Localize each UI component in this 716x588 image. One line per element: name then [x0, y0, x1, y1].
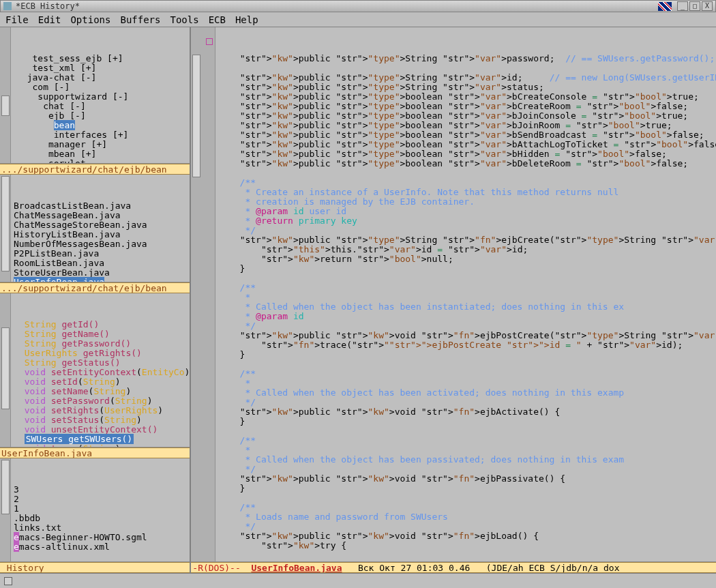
- method-item[interactable]: String getPassword(): [14, 339, 190, 349]
- method-item[interactable]: void setStatus(String): [14, 415, 190, 425]
- code-line[interactable]: "str">"kw">public "str">"type">boolean "…: [218, 121, 716, 130]
- method-item[interactable]: UserRights getRights(): [14, 349, 190, 358]
- scrollbar[interactable]: [1, 460, 10, 514]
- code-line[interactable]: "str">"kw">public "str">"type">String "s…: [218, 235, 716, 245]
- menu-help[interactable]: Help: [235, 15, 258, 25]
- code-line[interactable]: "str">"kw">public "str">"type">boolean "…: [218, 140, 716, 149]
- method-item[interactable]: String getId(): [14, 320, 190, 329]
- code-line[interactable]: /**: [218, 369, 716, 379]
- tree-item[interactable]: test_sess_ejb [+]: [14, 54, 190, 63]
- tree-item[interactable]: test_xml [+]: [14, 63, 190, 73]
- code-line[interactable]: "str">"kw">public "str">"type">boolean "…: [218, 92, 716, 102]
- tree-item[interactable]: interfaces [+]: [14, 130, 190, 140]
- tree-item[interactable]: servlet: [14, 159, 190, 164]
- code-line[interactable]: */: [218, 398, 716, 407]
- menu-buffers[interactable]: Buffers: [120, 15, 160, 25]
- code-line[interactable]: }: [218, 417, 716, 426]
- maximize-button[interactable]: □: [689, 1, 700, 11]
- code-line[interactable]: * @param id user id: [218, 207, 716, 216]
- scrollbar[interactable]: [1, 176, 10, 271]
- code-line[interactable]: "str">"kw">public "str">"kw">void "str">…: [218, 531, 716, 541]
- method-item[interactable]: void setRights(UserRights): [14, 406, 190, 415]
- menu-tools[interactable]: Tools: [170, 15, 198, 25]
- minimize-button[interactable]: _: [677, 1, 688, 11]
- tree-item[interactable]: supportwizard [-]: [14, 92, 190, 102]
- code-line[interactable]: */: [218, 321, 716, 331]
- code-line[interactable]: "str">"this">this."str">"var">id = "str"…: [218, 245, 716, 254]
- code-line[interactable]: */: [218, 465, 716, 474]
- source-file-item[interactable]: HistoryListBean.java: [14, 230, 190, 239]
- scrollbar[interactable]: [192, 55, 200, 177]
- menu-edit[interactable]: Edit: [38, 15, 61, 25]
- code-line[interactable]: *: [218, 379, 716, 388]
- history-item[interactable]: emacs-altlinux.xml: [14, 542, 190, 552]
- code-line[interactable]: }: [218, 350, 716, 359]
- source-file-item[interactable]: NumberOfMessagesBean.java: [14, 239, 190, 249]
- method-item[interactable]: String getName(): [14, 329, 190, 339]
- code-line[interactable]: /**: [218, 503, 716, 512]
- code-line[interactable]: "str">"kw">public "str">"type">boolean "…: [218, 111, 716, 121]
- close-button[interactable]: X: [702, 1, 713, 11]
- code-line[interactable]: * Called when the object has been passiv…: [218, 455, 716, 465]
- history-item[interactable]: 3: [14, 485, 190, 495]
- code-line[interactable]: "str">"fn">trace("str">""str">">ejbPostC…: [218, 340, 716, 350]
- code-line[interactable]: "str">"kw">public "str">"type">boolean "…: [218, 159, 716, 168]
- tree-item[interactable]: manager [+]: [14, 140, 190, 149]
- code-line[interactable]: [218, 63, 716, 73]
- code-line[interactable]: "str">"kw">public "str">"kw">void "str">…: [218, 331, 716, 340]
- method-item[interactable]: SWUsers getSWUsers(): [14, 435, 190, 444]
- code-line[interactable]: "str">"kw">public "str">"type">String "s…: [218, 54, 716, 63]
- tree-item[interactable]: com [-]: [14, 83, 190, 92]
- method-item[interactable]: void setId(String): [14, 377, 190, 387]
- code-line[interactable]: * Called when the object has been instan…: [218, 302, 716, 312]
- source-file-item[interactable]: BroadcastListBean.java: [14, 201, 190, 211]
- code-line[interactable]: /**: [218, 178, 716, 188]
- code-line[interactable]: "str">"kw">public "str">"kw">void "str">…: [218, 407, 716, 417]
- code-line[interactable]: * Loads name and password from SWUsers: [218, 512, 716, 522]
- method-item[interactable]: void setEntityContext(EntityCo): [14, 368, 190, 377]
- tree-item[interactable]: chat [-]: [14, 102, 190, 111]
- editor-pane[interactable]: "str">"kw">public "str">"type">String "s…: [191, 27, 716, 562]
- code-line[interactable]: * Called when the object has been activa…: [218, 388, 716, 398]
- code-line[interactable]: "str">"kw">try {: [218, 541, 716, 550]
- tree-item[interactable]: mbean [+]: [14, 149, 190, 159]
- code-line[interactable]: * @return primary key: [218, 216, 716, 226]
- code-line[interactable]: [218, 426, 716, 436]
- method-item[interactable]: void setPassword(String): [14, 396, 190, 406]
- method-item[interactable]: void unsetEntityContext(): [14, 425, 190, 435]
- scrollbar[interactable]: [1, 327, 10, 409]
- menu-ecb[interactable]: ECB: [209, 15, 226, 25]
- code-line[interactable]: "str">"kw">public "str">"type">boolean "…: [218, 102, 716, 111]
- code-line[interactable]: [218, 493, 716, 503]
- code-line[interactable]: /**: [218, 283, 716, 293]
- directories-pane[interactable]: test_sess_ejb [+] test_xml [+] java-chat…: [0, 27, 190, 164]
- source-file-item[interactable]: RoomListBean.java: [14, 259, 190, 268]
- code-line[interactable]: "str">"kw">public "str">"type">boolean "…: [218, 149, 716, 159]
- code-line[interactable]: /**: [218, 436, 716, 445]
- minibuffer[interactable]: [0, 573, 716, 588]
- code-line[interactable]: [218, 274, 716, 283]
- history-pane[interactable]: 321.bbdblinks.txtemacs-Beginner-HOWTO.sg…: [0, 458, 190, 562]
- methods-pane[interactable]: String getId() String getName() String g…: [0, 293, 190, 447]
- scrollbar[interactable]: [1, 95, 10, 116]
- history-item[interactable]: emacs-Beginner-HOWTO.sgml: [14, 533, 190, 542]
- source-file-item[interactable]: UserInfoBean.java: [14, 278, 190, 282]
- code-line[interactable]: }: [218, 264, 716, 274]
- history-item[interactable]: .bbdb: [14, 514, 190, 523]
- menu-file[interactable]: File: [5, 15, 29, 25]
- history-item[interactable]: 1: [14, 504, 190, 514]
- code-line[interactable]: */: [218, 522, 716, 531]
- code-line[interactable]: }: [218, 484, 716, 493]
- method-item[interactable]: void trace(String): [14, 444, 190, 447]
- source-file-item[interactable]: ChatMessageBean.java: [14, 211, 190, 220]
- code-line[interactable]: "str">"kw">public "str">"type">String "s…: [218, 73, 716, 83]
- menu-options[interactable]: Options: [70, 15, 110, 25]
- code-line[interactable]: [218, 359, 716, 369]
- code-line[interactable]: "str">"kw">return "str">"bool">null;: [218, 254, 716, 264]
- code-line[interactable]: *: [218, 293, 716, 302]
- code-line[interactable]: "str">"kw">public "str">"type">boolean "…: [218, 130, 716, 140]
- source-file-item[interactable]: P2PListBean.java: [14, 249, 190, 259]
- tree-item[interactable]: ejb [-]: [14, 111, 190, 121]
- source-file-item[interactable]: ChatMessageStoreBean.java: [14, 220, 190, 230]
- code-line[interactable]: "str">"kw">public "str">"kw">void "str">…: [218, 474, 716, 484]
